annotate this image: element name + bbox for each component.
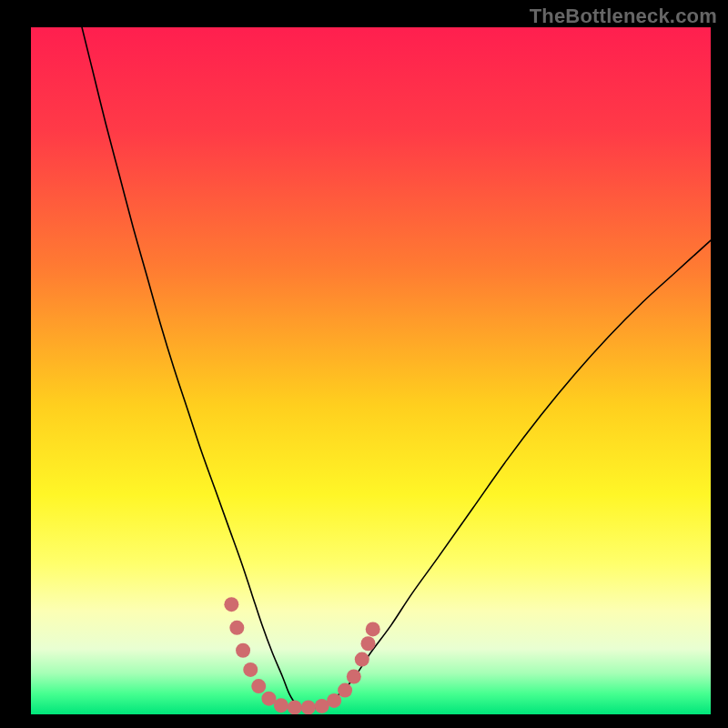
trough-marker bbox=[355, 652, 369, 667]
trough-marker bbox=[366, 622, 380, 636]
trough-marker bbox=[347, 669, 361, 683]
trough-marker bbox=[338, 683, 352, 698]
trough-marker bbox=[327, 693, 341, 708]
trough-marker bbox=[288, 700, 302, 714]
trough-marker bbox=[229, 621, 244, 635]
trough-marker bbox=[261, 692, 276, 706]
chart-stage: TheBottleneck.com bbox=[0, 0, 728, 728]
trough-marker bbox=[224, 597, 238, 612]
plot-background bbox=[31, 27, 711, 714]
trough-marker bbox=[361, 636, 376, 651]
trough-marker bbox=[251, 679, 266, 693]
bottleneck-chart bbox=[0, 0, 728, 728]
watermark-text: TheBottleneck.com bbox=[530, 5, 717, 28]
trough-marker bbox=[274, 698, 288, 713]
trough-marker bbox=[243, 662, 258, 677]
trough-marker bbox=[236, 643, 250, 658]
trough-marker bbox=[301, 700, 316, 714]
